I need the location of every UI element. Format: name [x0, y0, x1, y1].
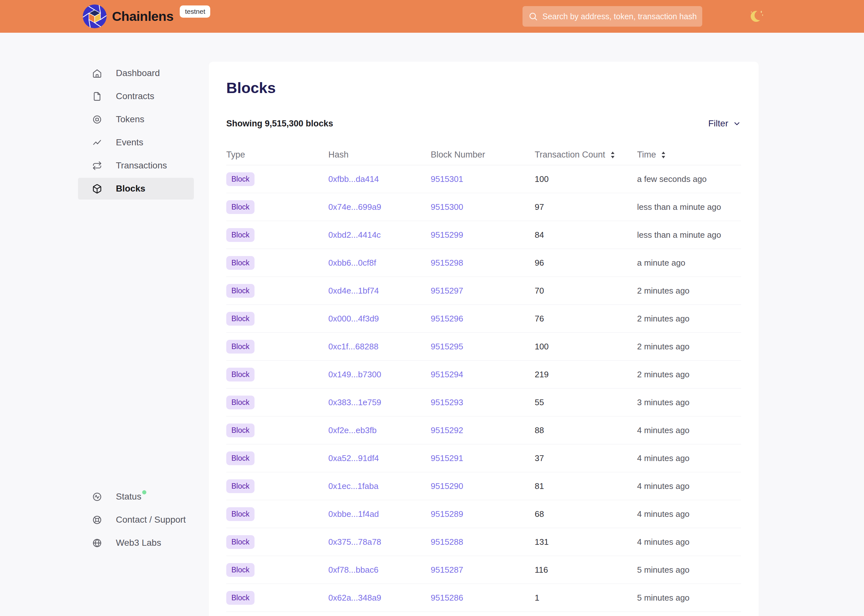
column-header-block-number: Block Number — [431, 150, 535, 160]
block-hash-link[interactable]: 0xc1f...68288 — [328, 342, 378, 351]
table-row: Block 0x375...78a78 9515288 131 4 minute… — [226, 528, 741, 556]
transaction-count-value: 76 — [535, 314, 637, 324]
transaction-count-value: 37 — [535, 453, 637, 463]
block-hash-link[interactable]: 0xbbe...1f4ad — [328, 509, 379, 519]
table-row: Block 0xfbb...da414 9515301 100 a few se… — [226, 165, 741, 193]
column-header-time[interactable]: Time — [637, 150, 741, 160]
sidebar-item-contracts[interactable]: Contracts — [78, 85, 194, 107]
block-number-link[interactable]: 9515290 — [431, 481, 463, 491]
table-meta-row: Showing 9,515,300 blocks Filter — [226, 117, 741, 130]
moon-icon — [748, 7, 766, 25]
sidebar-item-contact-support[interactable]: Contact / Support — [78, 509, 194, 531]
search-bar[interactable] — [522, 6, 702, 27]
transaction-count-value: 116 — [535, 565, 637, 575]
block-time-value: 4 minutes ago — [637, 453, 741, 463]
sidebar-item-dashboard[interactable]: Dashboard — [78, 62, 194, 84]
block-type-badge: Block — [226, 284, 255, 298]
lifebuoy-icon — [92, 515, 102, 525]
block-number-link[interactable]: 9515299 — [431, 230, 463, 240]
block-type-badge: Block — [226, 535, 255, 549]
block-number-link[interactable]: 9515288 — [431, 537, 463, 547]
block-hash-link[interactable]: 0x1ec...1faba — [328, 481, 378, 491]
table-row: Block 0x74e...699a9 9515300 97 less than… — [226, 193, 741, 221]
column-header-transaction-count[interactable]: Transaction Count — [535, 150, 637, 160]
block-number-link[interactable]: 9515293 — [431, 398, 463, 407]
block-hash-link[interactable]: 0xf78...bbac6 — [328, 565, 378, 575]
block-number-link[interactable]: 9515295 — [431, 342, 463, 351]
transaction-count-value: 131 — [535, 537, 637, 547]
sidebar-item-blocks[interactable]: Blocks — [78, 178, 194, 200]
table-header-row: Type Hash Block Number Transaction Count — [226, 145, 741, 165]
globe-icon — [92, 538, 102, 548]
blocks-card: Blocks Showing 9,515,300 blocks Filter T… — [209, 61, 759, 616]
block-type-badge: Block — [226, 396, 255, 409]
sidebar-item-web3-labs[interactable]: Web3 Labs — [78, 532, 194, 554]
table-row: Block 0xf78...bbac6 9515287 116 5 minute… — [226, 556, 741, 584]
showing-count-text: Showing 9,515,300 blocks — [226, 119, 333, 129]
status-online-dot — [142, 490, 146, 494]
block-time-value: 5 minutes ago — [637, 593, 741, 603]
block-hash-link[interactable]: 0xd4e...1bf74 — [328, 286, 379, 295]
search-input[interactable] — [542, 12, 696, 21]
sort-icon[interactable] — [610, 151, 615, 159]
block-hash-link[interactable]: 0x149...b7300 — [328, 369, 381, 379]
sidebar-item-tokens[interactable]: Tokens — [78, 108, 194, 130]
table-row: Block 0xbb6...0cf8f 9515298 96 a minute … — [226, 249, 741, 277]
chevron-down-icon — [733, 119, 741, 128]
block-hash-link[interactable]: 0x383...1e759 — [328, 398, 381, 407]
block-hash-link[interactable]: 0xa52...91df4 — [328, 453, 379, 463]
sidebar-item-transactions[interactable]: Transactions — [78, 155, 194, 176]
block-hash-link[interactable]: 0xbb6...0cf8f — [328, 258, 376, 267]
page-title: Blocks — [226, 79, 741, 97]
block-number-link[interactable]: 9515286 — [431, 593, 463, 602]
table-row: Block 0x62a...348a9 9515286 1 5 minutes … — [226, 584, 741, 612]
transaction-count-value: 100 — [535, 174, 637, 184]
block-hash-link[interactable]: 0x74e...699a9 — [328, 202, 381, 212]
block-time-value: 4 minutes ago — [637, 537, 741, 547]
dark-mode-toggle[interactable] — [748, 7, 766, 25]
block-hash-link[interactable]: 0xf2e...eb3fb — [328, 426, 376, 435]
sidebar-item-status[interactable]: Status — [78, 486, 194, 508]
repeat-icon — [92, 161, 102, 171]
block-number-link[interactable]: 9515292 — [431, 426, 463, 435]
block-number-link[interactable]: 9515300 — [431, 202, 463, 212]
home-icon — [92, 68, 102, 78]
filter-label: Filter — [708, 118, 728, 129]
block-hash-link[interactable]: 0x62a...348a9 — [328, 593, 381, 602]
blocks-table: Type Hash Block Number Transaction Count — [226, 145, 741, 612]
table-row: Block 0x000...4f3d9 9515296 76 2 minutes… — [226, 305, 741, 333]
block-time-value: 2 minutes ago — [637, 369, 741, 380]
block-number-link[interactable]: 9515297 — [431, 286, 463, 295]
transaction-count-value: 97 — [535, 202, 637, 212]
block-number-link[interactable]: 9515287 — [431, 565, 463, 575]
transaction-count-value: 68 — [535, 509, 637, 519]
block-number-link[interactable]: 9515291 — [431, 453, 463, 463]
block-hash-link[interactable]: 0xfbb...da414 — [328, 174, 379, 184]
block-type-badge: Block — [226, 172, 255, 186]
cube-icon — [92, 184, 102, 194]
block-type-badge: Block — [226, 312, 255, 326]
block-number-link[interactable]: 9515301 — [431, 174, 463, 184]
sidebar-item-events[interactable]: Events — [78, 132, 194, 153]
token-icon — [92, 115, 102, 124]
block-time-value: 2 minutes ago — [637, 314, 741, 324]
block-number-link[interactable]: 9515289 — [431, 509, 463, 519]
filter-dropdown[interactable]: Filter — [708, 118, 741, 129]
sort-icon[interactable] — [661, 151, 666, 159]
block-number-link[interactable]: 9515298 — [431, 258, 463, 267]
block-hash-link[interactable]: 0x375...78a78 — [328, 537, 381, 547]
block-number-link[interactable]: 9515294 — [431, 369, 463, 379]
block-number-link[interactable]: 9515296 — [431, 314, 463, 324]
table-body: Block 0xfbb...da414 9515301 100 a few se… — [226, 165, 741, 612]
block-type-badge: Block — [226, 423, 255, 437]
brand[interactable]: Chainlens testnet — [82, 0, 210, 33]
block-hash-link[interactable]: 0xbd2...4414c — [328, 230, 381, 240]
block-type-badge: Block — [226, 256, 255, 270]
block-time-value: 4 minutes ago — [637, 426, 741, 435]
transaction-count-value: 70 — [535, 286, 637, 296]
document-icon — [92, 91, 102, 101]
block-type-badge: Block — [226, 340, 255, 354]
block-time-value: a few seconds ago — [637, 174, 741, 184]
column-header-hash: Hash — [328, 150, 431, 160]
block-hash-link[interactable]: 0x000...4f3d9 — [328, 314, 379, 324]
